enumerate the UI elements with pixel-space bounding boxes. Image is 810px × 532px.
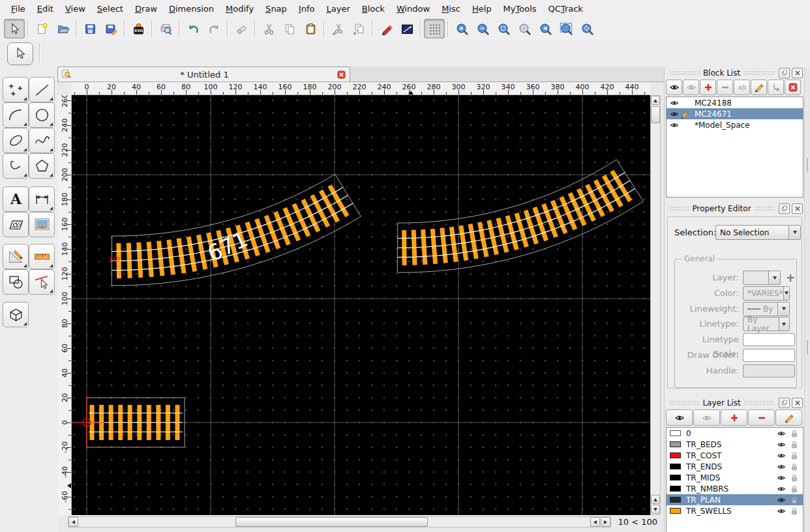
zoomwindow-button[interactable]: [556, 19, 577, 38]
layer-combobox[interactable]: [743, 271, 781, 285]
newfile-button[interactable]: [31, 19, 52, 38]
visibility-eye-icon[interactable]: [670, 121, 680, 130]
float-panel-button[interactable]: [779, 203, 790, 214]
undo-button[interactable]: [183, 19, 203, 38]
printpreview-button[interactable]: [155, 19, 176, 38]
visibility-eye-icon[interactable]: [670, 110, 680, 119]
menu-item-select[interactable]: Select: [91, 1, 129, 17]
visibility-eye-icon[interactable]: [777, 507, 787, 516]
hatch-tool-button[interactable]: [3, 212, 29, 237]
layer-row-TR_ENDS[interactable]: TR_ENDS: [667, 461, 803, 472]
remove-layer-button[interactable]: [748, 409, 775, 426]
ruler-tool-button[interactable]: [29, 244, 55, 269]
line-tool-button[interactable]: [29, 77, 55, 102]
open-button[interactable]: [52, 19, 73, 38]
splitter-handle[interactable]: [807, 340, 808, 355]
visibility-eye-icon[interactable]: [670, 98, 680, 108]
visibility-eye-icon[interactable]: [777, 440, 787, 449]
close-panel-button[interactable]: [792, 203, 803, 214]
vertical-scroll-thumb[interactable]: [651, 106, 660, 123]
edit-layer-button[interactable]: [775, 409, 802, 426]
select-tool-button[interactable]: [7, 42, 33, 65]
visibility-eye-icon[interactable]: [777, 451, 787, 460]
layer-row-0[interactable]: 0: [667, 428, 803, 439]
menu-item-mytools[interactable]: MyTools: [498, 1, 543, 17]
lock-icon[interactable]: [790, 429, 799, 438]
menu-item-window[interactable]: Window: [391, 1, 436, 17]
polyline-tool-button[interactable]: [3, 153, 29, 179]
horizontal-scrollbar[interactable]: [68, 516, 611, 527]
menu-item-modify[interactable]: Modify: [220, 1, 260, 17]
tab-untitled[interactable]: * Untitled 1: [57, 66, 350, 81]
dimension-tool-button[interactable]: [29, 186, 55, 212]
scroll-left-button-2[interactable]: [590, 517, 600, 527]
zoompan-button[interactable]: [577, 19, 597, 38]
horizontal-scroll-thumb[interactable]: [235, 517, 428, 527]
grid-button[interactable]: [424, 19, 445, 38]
layer-row-TR_NMBRS[interactable]: TR_NMBRS: [667, 483, 803, 494]
ellipse-tool-button[interactable]: [3, 128, 29, 153]
show-layer-button[interactable]: [666, 409, 693, 426]
menu-item-dimension[interactable]: Dimension: [163, 1, 220, 17]
lock-icon[interactable]: [790, 495, 799, 505]
zoomin-button[interactable]: [451, 19, 472, 38]
save-button[interactable]: [80, 19, 100, 38]
visibility-eye-icon[interactable]: [777, 429, 787, 438]
color-combobox[interactable]: *VARIES*: [743, 286, 790, 301]
menu-item-layer[interactable]: Layer: [320, 1, 355, 17]
lock-icon[interactable]: [790, 507, 799, 516]
paste-button[interactable]: [300, 19, 321, 38]
linetype-scale-field[interactable]: [743, 333, 795, 346]
svgexport-button[interactable]: SVG: [128, 19, 149, 38]
add-layer-attribute-button[interactable]: +: [786, 271, 795, 284]
float-panel-button[interactable]: [779, 398, 790, 408]
layer-row-TR_SWELLS[interactable]: TR_SWELLS: [667, 505, 803, 516]
linetype-combobox[interactable]: By Layer: [743, 317, 790, 331]
menu-item-info[interactable]: Info: [293, 1, 321, 17]
menu-item-block[interactable]: Block: [356, 1, 391, 17]
lock-icon[interactable]: [790, 440, 799, 449]
add-block-button[interactable]: [700, 80, 716, 95]
tab-close-button[interactable]: [337, 70, 346, 80]
selection-combobox[interactable]: No Selection: [715, 225, 801, 240]
draw-order-field[interactable]: [743, 349, 795, 362]
zoomback-button[interactable]: [535, 19, 556, 38]
menu-item-view[interactable]: View: [59, 1, 91, 17]
block-row-MC24188[interactable]: MC24188: [667, 97, 803, 108]
close-panel-button[interactable]: [792, 68, 803, 78]
menu-item-file[interactable]: File: [5, 1, 31, 17]
points-tool-button[interactable]: [3, 77, 29, 102]
image-tool-button[interactable]: [29, 212, 55, 237]
scroll-up-button-2[interactable]: [651, 495, 660, 504]
redo-button[interactable]: [203, 19, 224, 38]
menu-item-snap[interactable]: Snap: [260, 1, 293, 17]
selectline-tool-button[interactable]: [29, 269, 55, 295]
scroll-left-button[interactable]: [68, 517, 78, 527]
scroll-down-button[interactable]: [651, 505, 660, 514]
polygon-tool-button[interactable]: [29, 153, 55, 179]
menu-item-qctrack[interactable]: QCTrack: [543, 1, 589, 17]
circle-tool-button[interactable]: [29, 102, 55, 128]
zoomauto-button[interactable]: [493, 19, 514, 38]
visibility-eye-icon[interactable]: [777, 495, 787, 505]
lock-icon[interactable]: [790, 484, 799, 494]
edit-block-button[interactable]: [751, 80, 767, 95]
arc-tool-button[interactable]: [3, 102, 29, 128]
spline-tool-button[interactable]: [29, 128, 55, 153]
layer-row-TR_BEDS[interactable]: TR_BEDS: [667, 439, 803, 450]
visibility-eye-icon[interactable]: [777, 462, 787, 471]
scroll-up-button[interactable]: [651, 96, 660, 105]
scroll-right-button[interactable]: [601, 517, 610, 527]
layer-row-TR_COST[interactable]: TR_COST: [667, 450, 803, 461]
right-resize-strip[interactable]: [804, 66, 810, 532]
saveas-button[interactable]: [100, 19, 121, 38]
lineweight-combobox[interactable]: By: [743, 302, 790, 316]
draft-tool-button[interactable]: [3, 244, 29, 269]
show-block-button[interactable]: [666, 80, 682, 95]
menu-item-edit[interactable]: Edit: [31, 1, 59, 17]
visibility-eye-icon[interactable]: [777, 484, 787, 494]
add-layer-button[interactable]: [721, 409, 747, 426]
text-tool-button[interactable]: A: [3, 186, 29, 212]
lock-icon[interactable]: [790, 451, 799, 460]
cube-tool-button[interactable]: [3, 302, 29, 327]
